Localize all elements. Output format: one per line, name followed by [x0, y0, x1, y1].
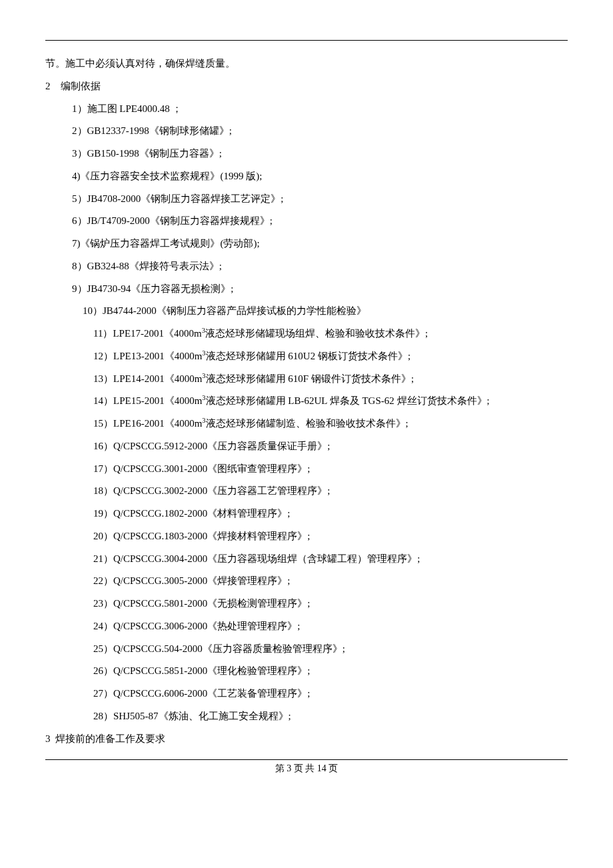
text-pre: 15）LPE16-2001《4000m	[93, 418, 202, 429]
list-item: 26）Q/CPSCCG.5851-2000《理化检验管理程序》;	[45, 660, 568, 683]
list-item: 14）LPE15-2001《4000m3液态烃球形储罐用 LB-62UL 焊条及…	[45, 390, 568, 413]
list-item: 18）Q/CPSCCG.3002-2000《压力容器工艺管理程序》;	[45, 480, 568, 503]
list-item: 28）SHJ505-87《炼油、化工施工安全规程》;	[45, 705, 568, 728]
list-item: 22）Q/CPSCCG.3005-2000《焊接管理程序》;	[45, 570, 568, 593]
list-item: 17）Q/CPSCCG.3001-2000《图纸审查管理程序》;	[45, 458, 568, 481]
header-rule	[45, 40, 568, 41]
list-item: 15）LPE16-2001《4000m3液态烃球形储罐制造、检验和验收技术条件》…	[45, 413, 568, 435]
list-item: 20）Q/CPSCCG.1803-2000《焊接材料管理程序》;	[45, 525, 568, 548]
text-pre: 13）LPE14-2001《4000m	[93, 373, 202, 384]
list-item: 24）Q/CPSCCG.3006-2000《热处理管理程序》;	[45, 615, 568, 638]
page-number: 第 3 页 共 14 页	[45, 763, 568, 788]
list-item: 3）GB150-1998《钢制压力容器》;	[45, 143, 568, 165]
list-item: 19）Q/CPSCCG.1802-2000《材料管理程序》;	[45, 503, 568, 525]
list-item: 16）Q/CPSCCG.5912-2000《压力容器质量保证手册》;	[45, 435, 568, 458]
text-pre: 12）LPE13-2001《4000m	[93, 351, 202, 361]
text-post: 液态烃球形储罐制造、检验和验收技术条件》;	[206, 418, 408, 429]
footer-rule	[45, 759, 568, 760]
list-item: 6）JB/T4709-2000《钢制压力容器焊接规程》;	[45, 210, 568, 233]
list-item: 13）LPE14-2001《4000m3液态烃球形储罐用 610F 钢锻件订货技…	[45, 368, 568, 391]
text-post: 液态烃球形储罐现场组焊、检验和验收技术条件》;	[205, 328, 428, 339]
list-item: 12）LPE13-2001《4000m3液态烃球形储罐用 610U2 钢板订货技…	[45, 345, 568, 368]
text-post: 液态烃球形储罐用 610U2 钢板订货技术条件》;	[206, 351, 411, 361]
opening-line: 节。施工中必须认真对待，确保焊缝质量。	[45, 53, 568, 75]
list-item: 25）Q/CPSCCG.504-2000《压力容器质量检验管理程序》;	[45, 638, 568, 661]
section-3-heading: 3 焊接前的准备工作及要求	[45, 728, 568, 751]
section-2-heading: 2 编制依据	[45, 75, 568, 98]
text-pre: 14）LPE15-2001《4000m	[93, 395, 202, 406]
list-item: 21）Q/CPSCCG.3004-2000《压力容器现场组焊（含球罐工程）管理程…	[45, 548, 568, 571]
text-post: 液态烃球形储罐用 LB-62UL 焊条及 TGS-62 焊丝订货技术条件》;	[206, 395, 490, 406]
list-item: 8）GB324-88《焊接符号表示法》;	[45, 255, 568, 278]
list-item: 1）施工图 LPE4000.48 ；	[45, 98, 568, 121]
list-item: 10）JB4744-2000《钢制压力容器产品焊接试板的力学性能检验》	[45, 300, 568, 323]
text-post: 液态烃球形储罐用 610F 钢锻件订货技术条件》;	[206, 373, 414, 384]
list-item: 27）Q/CPSCCG.6006-2000《工艺装备管理程序》;	[45, 683, 568, 705]
list-item: 2）GB12337-1998《钢制球形储罐》;	[45, 120, 568, 143]
list-item: 5）JB4708-2000《钢制压力容器焊接工艺评定》;	[45, 188, 568, 211]
text-pre: 11）LPE17-2001《4000m	[93, 328, 202, 339]
list-item: 23）Q/CPSCCG.5801-2000《无损检测管理程序》;	[45, 593, 568, 615]
list-item: 4)《压力容器安全技术监察规程》(1999 版);	[45, 165, 568, 188]
list-item: 11）LPE17-2001《4000m3液态烃球形储罐现场组焊、检验和验收技术条…	[45, 323, 568, 345]
list-item: 9）JB4730-94《压力容器无损检测》;	[45, 278, 568, 301]
list-item: 7)《锅炉压力容器焊工考试规则》(劳动部);	[45, 233, 568, 255]
document-page: 节。施工中必须认真对待，确保焊缝质量。 2 编制依据 1）施工图 LPE4000…	[0, 0, 613, 808]
